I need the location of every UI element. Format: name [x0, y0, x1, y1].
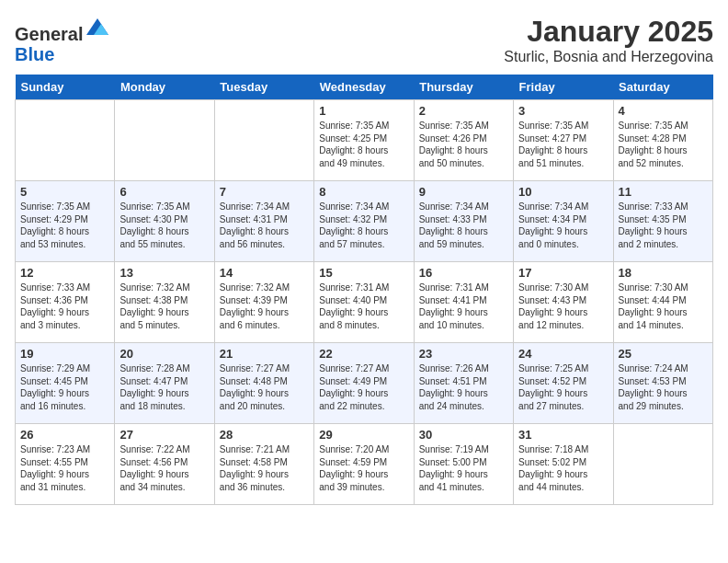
day-number: 10	[518, 185, 608, 199]
calendar-cell: 16Sunrise: 7:31 AM Sunset: 4:41 PM Dayli…	[414, 262, 513, 343]
calendar-cell	[613, 424, 712, 505]
calendar-cell	[115, 100, 214, 181]
day-number: 1	[319, 104, 408, 118]
calendar-cell: 26Sunrise: 7:23 AM Sunset: 4:55 PM Dayli…	[16, 424, 115, 505]
calendar-cell: 9Sunrise: 7:34 AM Sunset: 4:33 PM Daylig…	[414, 181, 513, 262]
day-number: 31	[518, 428, 608, 442]
calendar-cell: 12Sunrise: 7:33 AM Sunset: 4:36 PM Dayli…	[16, 262, 115, 343]
day-info: Sunrise: 7:33 AM Sunset: 4:35 PM Dayligh…	[619, 201, 708, 250]
calendar-cell: 2Sunrise: 7:35 AM Sunset: 4:26 PM Daylig…	[414, 100, 513, 181]
day-number: 28	[220, 428, 309, 442]
calendar-cell: 1Sunrise: 7:35 AM Sunset: 4:25 PM Daylig…	[314, 100, 414, 181]
calendar-cell: 15Sunrise: 7:31 AM Sunset: 4:40 PM Dayli…	[314, 262, 414, 343]
day-header-thursday: Thursday	[414, 75, 513, 100]
day-info: Sunrise: 7:32 AM Sunset: 4:39 PM Dayligh…	[220, 282, 309, 331]
calendar-cell: 18Sunrise: 7:30 AM Sunset: 4:44 PM Dayli…	[613, 262, 712, 343]
day-info: Sunrise: 7:31 AM Sunset: 4:41 PM Dayligh…	[419, 282, 508, 331]
day-info: Sunrise: 7:28 AM Sunset: 4:47 PM Dayligh…	[119, 362, 209, 412]
day-number: 3	[518, 104, 608, 118]
calendar-cell	[16, 100, 115, 181]
day-number: 17	[518, 266, 608, 280]
week-row-4: 19Sunrise: 7:29 AM Sunset: 4:45 PM Dayli…	[16, 343, 713, 424]
day-info: Sunrise: 7:34 AM Sunset: 4:32 PM Dayligh…	[319, 201, 408, 250]
day-info: Sunrise: 7:23 AM Sunset: 4:55 PM Dayligh…	[20, 443, 109, 493]
calendar-table: SundayMondayTuesdayWednesdayThursdayFrid…	[15, 75, 713, 505]
week-row-2: 5Sunrise: 7:35 AM Sunset: 4:29 PM Daylig…	[16, 181, 713, 262]
day-number: 25	[619, 347, 708, 361]
calendar-cell: 22Sunrise: 7:27 AM Sunset: 4:49 PM Dayli…	[314, 343, 414, 424]
week-row-1: 1Sunrise: 7:35 AM Sunset: 4:25 PM Daylig…	[16, 100, 713, 181]
day-info: Sunrise: 7:32 AM Sunset: 4:38 PM Dayligh…	[119, 282, 209, 331]
day-number: 19	[20, 347, 109, 361]
calendar-cell: 11Sunrise: 7:33 AM Sunset: 4:35 PM Dayli…	[613, 181, 712, 262]
day-info: Sunrise: 7:30 AM Sunset: 4:44 PM Dayligh…	[619, 282, 708, 331]
day-number: 2	[419, 104, 508, 118]
day-number: 6	[119, 185, 209, 199]
day-info: Sunrise: 7:35 AM Sunset: 4:28 PM Dayligh…	[619, 120, 708, 169]
day-info: Sunrise: 7:18 AM Sunset: 5:02 PM Dayligh…	[518, 443, 608, 493]
day-number: 22	[319, 347, 408, 361]
calendar-cell: 24Sunrise: 7:25 AM Sunset: 4:52 PM Dayli…	[514, 343, 613, 424]
day-number: 29	[319, 428, 408, 442]
calendar-cell: 14Sunrise: 7:32 AM Sunset: 4:39 PM Dayli…	[214, 262, 313, 343]
day-info: Sunrise: 7:29 AM Sunset: 4:45 PM Dayligh…	[20, 362, 109, 412]
day-header-sunday: Sunday	[16, 75, 115, 100]
week-row-5: 26Sunrise: 7:23 AM Sunset: 4:55 PM Dayli…	[16, 424, 713, 505]
day-header-friday: Friday	[514, 75, 613, 100]
calendar-cell: 23Sunrise: 7:26 AM Sunset: 4:51 PM Dayli…	[414, 343, 513, 424]
day-number: 13	[119, 266, 209, 280]
day-number: 23	[419, 347, 508, 361]
calendar-cell: 10Sunrise: 7:34 AM Sunset: 4:34 PM Dayli…	[514, 181, 613, 262]
day-header-monday: Monday	[115, 75, 214, 100]
title-block: January 2025 Sturlic, Bosnia and Herzego…	[504, 15, 713, 65]
day-number: 7	[220, 185, 309, 199]
calendar-cell	[214, 100, 313, 181]
day-header-wednesday: Wednesday	[314, 75, 414, 100]
calendar-cell: 6Sunrise: 7:35 AM Sunset: 4:30 PM Daylig…	[115, 181, 214, 262]
day-info: Sunrise: 7:26 AM Sunset: 4:51 PM Dayligh…	[419, 362, 508, 412]
page-header: General Blue January 2025 Sturlic, Bosni…	[15, 15, 713, 65]
day-info: Sunrise: 7:34 AM Sunset: 4:33 PM Dayligh…	[419, 201, 508, 250]
logo-general: General	[15, 24, 83, 44]
day-number: 20	[119, 347, 209, 361]
day-info: Sunrise: 7:35 AM Sunset: 4:25 PM Dayligh…	[319, 120, 408, 169]
day-number: 18	[619, 266, 708, 280]
calendar-cell: 17Sunrise: 7:30 AM Sunset: 4:43 PM Dayli…	[514, 262, 613, 343]
logo: General Blue	[15, 15, 110, 64]
calendar-cell: 21Sunrise: 7:27 AM Sunset: 4:48 PM Dayli…	[214, 343, 313, 424]
day-info: Sunrise: 7:33 AM Sunset: 4:36 PM Dayligh…	[20, 282, 109, 331]
calendar-cell: 30Sunrise: 7:19 AM Sunset: 5:00 PM Dayli…	[414, 424, 513, 505]
day-number: 26	[20, 428, 109, 442]
calendar-cell: 28Sunrise: 7:21 AM Sunset: 4:58 PM Dayli…	[214, 424, 313, 505]
day-info: Sunrise: 7:34 AM Sunset: 4:31 PM Dayligh…	[220, 201, 309, 250]
day-number: 27	[119, 428, 209, 442]
day-info: Sunrise: 7:21 AM Sunset: 4:58 PM Dayligh…	[220, 443, 309, 493]
day-info: Sunrise: 7:20 AM Sunset: 4:59 PM Dayligh…	[319, 443, 408, 493]
calendar-cell: 8Sunrise: 7:34 AM Sunset: 4:32 PM Daylig…	[314, 181, 414, 262]
day-info: Sunrise: 7:19 AM Sunset: 5:00 PM Dayligh…	[419, 443, 508, 493]
calendar-cell: 20Sunrise: 7:28 AM Sunset: 4:47 PM Dayli…	[115, 343, 214, 424]
day-info: Sunrise: 7:35 AM Sunset: 4:27 PM Dayligh…	[518, 120, 608, 169]
subtitle: Sturlic, Bosnia and Herzegovina	[504, 49, 713, 65]
day-info: Sunrise: 7:31 AM Sunset: 4:40 PM Dayligh…	[319, 282, 408, 331]
day-info: Sunrise: 7:30 AM Sunset: 4:43 PM Dayligh…	[518, 282, 608, 331]
day-header-tuesday: Tuesday	[214, 75, 313, 100]
calendar-cell: 7Sunrise: 7:34 AM Sunset: 4:31 PM Daylig…	[214, 181, 313, 262]
day-info: Sunrise: 7:35 AM Sunset: 4:30 PM Dayligh…	[119, 201, 209, 250]
day-info: Sunrise: 7:25 AM Sunset: 4:52 PM Dayligh…	[518, 362, 608, 412]
main-title: January 2025	[504, 15, 713, 49]
logo-blue: Blue	[15, 44, 54, 64]
calendar-cell: 5Sunrise: 7:35 AM Sunset: 4:29 PM Daylig…	[16, 181, 115, 262]
calendar-cell: 25Sunrise: 7:24 AM Sunset: 4:53 PM Dayli…	[613, 343, 712, 424]
day-info: Sunrise: 7:27 AM Sunset: 4:49 PM Dayligh…	[319, 362, 408, 412]
day-info: Sunrise: 7:35 AM Sunset: 4:29 PM Dayligh…	[20, 201, 109, 250]
day-number: 5	[20, 185, 109, 199]
day-info: Sunrise: 7:35 AM Sunset: 4:26 PM Dayligh…	[419, 120, 508, 169]
day-number: 11	[619, 185, 708, 199]
day-info: Sunrise: 7:22 AM Sunset: 4:56 PM Dayligh…	[119, 443, 209, 493]
day-number: 8	[319, 185, 408, 199]
day-number: 14	[220, 266, 309, 280]
day-info: Sunrise: 7:24 AM Sunset: 4:53 PM Dayligh…	[619, 362, 708, 412]
calendar-cell: 31Sunrise: 7:18 AM Sunset: 5:02 PM Dayli…	[514, 424, 613, 505]
days-header-row: SundayMondayTuesdayWednesdayThursdayFrid…	[16, 75, 713, 100]
